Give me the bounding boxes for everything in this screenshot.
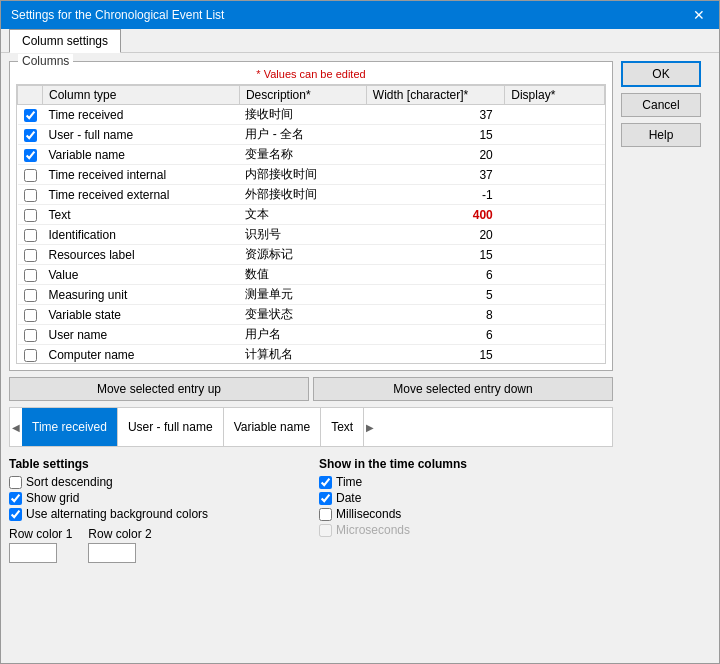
row-checkbox-cell: [18, 225, 43, 245]
header-description: Description*: [239, 86, 366, 105]
table-row[interactable]: Computer name计算机名15: [18, 345, 605, 365]
row-checkbox[interactable]: [24, 269, 37, 282]
row-width: 5: [366, 285, 504, 305]
row-display: [505, 305, 605, 325]
strip-item[interactable]: Text: [321, 408, 364, 446]
table-row[interactable]: Value数值6: [18, 265, 605, 285]
strip-item[interactable]: User - full name: [118, 408, 224, 446]
row-type: Time received internal: [43, 165, 240, 185]
row-color-2-label: Row color 2: [88, 527, 151, 541]
show-grid-label: Show grid: [26, 491, 79, 505]
strip-scroll-left-icon[interactable]: ◀: [10, 422, 22, 433]
row-type: Text: [43, 205, 240, 225]
sort-descending-checkbox[interactable]: [9, 476, 22, 489]
left-panel: Columns * Values can be edited Column ty…: [9, 61, 613, 655]
move-down-button[interactable]: Move selected entry down: [313, 377, 613, 401]
row-desc: 外部接收时间: [239, 185, 366, 205]
row-width: 37: [366, 105, 504, 125]
strip-inner: Time receivedUser - full nameVariable na…: [22, 408, 364, 446]
row-width: 6: [366, 265, 504, 285]
help-button[interactable]: Help: [621, 123, 701, 147]
row-checkbox[interactable]: [24, 289, 37, 302]
row-display: [505, 205, 605, 225]
time-checkbox[interactable]: [319, 476, 332, 489]
row-display: [505, 225, 605, 245]
alternating-bg-checkbox[interactable]: [9, 508, 22, 521]
table-row[interactable]: Identification识别号20: [18, 225, 605, 245]
date-row: Date: [319, 491, 613, 505]
show-grid-row: Show grid: [9, 491, 303, 505]
column-strip[interactable]: ◀ Time receivedUser - full nameVariable …: [9, 407, 613, 447]
row-checkbox[interactable]: [24, 309, 37, 322]
table-row[interactable]: User - full name用户 - 全名15: [18, 125, 605, 145]
row-type: Computer name: [43, 345, 240, 365]
row-type: Resources label: [43, 245, 240, 265]
table-row[interactable]: Variable name变量名称20: [18, 145, 605, 165]
columns-table-container[interactable]: Column type Description* Width [characte…: [16, 84, 606, 364]
row-desc: 用户名: [239, 325, 366, 345]
row-checkbox[interactable]: [24, 329, 37, 342]
row-checkbox[interactable]: [24, 209, 37, 222]
table-row[interactable]: Time received接收时间37: [18, 105, 605, 125]
row-checkbox-cell: [18, 105, 43, 125]
row-checkbox-cell: [18, 285, 43, 305]
row-display: [505, 185, 605, 205]
row-checkbox[interactable]: [24, 109, 37, 122]
tab-column-settings[interactable]: Column settings: [9, 29, 121, 53]
row-checkbox[interactable]: [24, 129, 37, 142]
tab-bar: Column settings: [1, 29, 719, 53]
row-color-2-box[interactable]: [88, 543, 136, 563]
row-color-1-label: Row color 1: [9, 527, 72, 541]
move-up-button[interactable]: Move selected entry up: [9, 377, 309, 401]
cancel-button[interactable]: Cancel: [621, 93, 701, 117]
microseconds-checkbox[interactable]: [319, 524, 332, 537]
row-desc: 测量单元: [239, 285, 366, 305]
row-desc: 识别号: [239, 225, 366, 245]
row-checkbox[interactable]: [24, 149, 37, 162]
row-type: Value: [43, 265, 240, 285]
header-checkbox: [18, 86, 43, 105]
table-row[interactable]: Time received internal内部接收时间37: [18, 165, 605, 185]
row-color-1-group: Row color 1: [9, 527, 72, 563]
ok-button[interactable]: OK: [621, 61, 701, 87]
row-checkbox[interactable]: [24, 349, 37, 362]
row-checkbox-cell: [18, 165, 43, 185]
table-row[interactable]: Resources label资源标记15: [18, 245, 605, 265]
microseconds-row: Microseconds: [319, 523, 613, 537]
strip-scroll-right-icon[interactable]: ▶: [364, 422, 376, 433]
row-checkbox-cell: [18, 245, 43, 265]
strip-item[interactable]: Time received: [22, 408, 118, 446]
row-checkbox-cell: [18, 345, 43, 365]
table-row[interactable]: User name用户名6: [18, 325, 605, 345]
time-columns-settings: Show in the time columns Time Date Milli…: [319, 457, 613, 563]
table-row[interactable]: Measuring unit测量单元5: [18, 285, 605, 305]
table-row[interactable]: Time received external外部接收时间-1: [18, 185, 605, 205]
row-checkbox-cell: [18, 185, 43, 205]
row-display: [505, 145, 605, 165]
milliseconds-checkbox[interactable]: [319, 508, 332, 521]
row-checkbox[interactable]: [24, 229, 37, 242]
row-colors: Row color 1 Row color 2: [9, 527, 303, 563]
table-row[interactable]: Text文本400: [18, 205, 605, 225]
dialog: Settings for the Chronological Event Lis…: [0, 0, 720, 664]
milliseconds-row: Milliseconds: [319, 507, 613, 521]
table-row[interactable]: Variable state变量状态8: [18, 305, 605, 325]
date-checkbox[interactable]: [319, 492, 332, 505]
row-checkbox[interactable]: [24, 169, 37, 182]
alternating-bg-row: Use alternating background colors: [9, 507, 303, 521]
row-display: [505, 125, 605, 145]
row-type: Time received: [43, 105, 240, 125]
show-grid-checkbox[interactable]: [9, 492, 22, 505]
row-checkbox[interactable]: [24, 189, 37, 202]
row-width: 6: [366, 325, 504, 345]
strip-item[interactable]: Variable name: [224, 408, 322, 446]
row-color-1-box[interactable]: [9, 543, 57, 563]
time-label: Time: [336, 475, 362, 489]
row-type: Variable state: [43, 305, 240, 325]
close-button[interactable]: ✕: [689, 7, 709, 23]
row-checkbox[interactable]: [24, 249, 37, 262]
table-settings-title: Table settings: [9, 457, 303, 471]
row-desc: 用户 - 全名: [239, 125, 366, 145]
header-width: Width [character]*: [366, 86, 504, 105]
header-display: Display*: [505, 86, 605, 105]
